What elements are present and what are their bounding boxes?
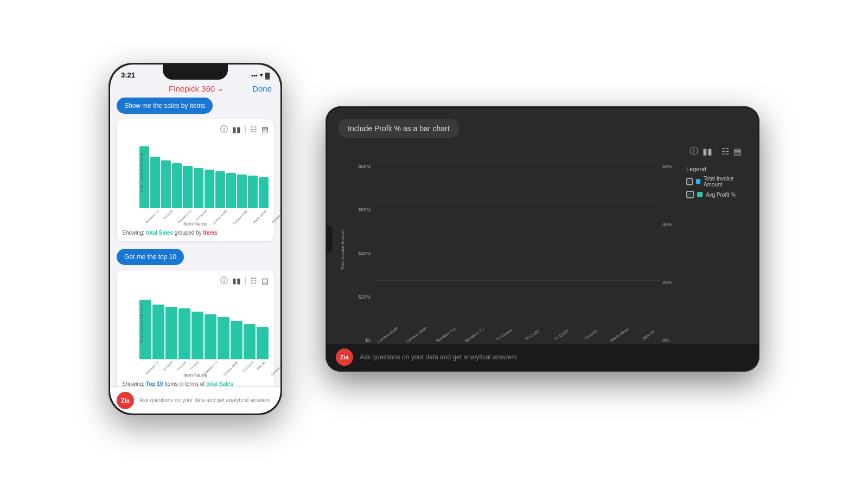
bar <box>172 163 182 208</box>
toolbar-divider-2 <box>245 277 246 285</box>
legend-label-2: Avg Profit % <box>706 192 736 198</box>
tablet-content: Include Profit % as a bar chart ⓘ ▮▮ ☷ ▤ <box>327 108 758 370</box>
chart-type-icon[interactable]: ▮▮ <box>232 125 241 134</box>
bar <box>178 308 190 359</box>
tablet-legend: Legend ✓ Total Invoice Amount ✓ Avg Prof… <box>682 162 747 354</box>
zia-label: Zia <box>121 397 130 404</box>
info-icon-tablet[interactable]: ⓘ <box>690 146 698 157</box>
tablet-x-labels: Camera-41MP Camera-45MP Speakers-5.2 Spe… <box>374 333 660 337</box>
grid-icon-tablet[interactable]: ▤ <box>733 146 742 157</box>
info-icon[interactable]: ⓘ <box>220 125 228 134</box>
bar <box>257 327 269 359</box>
done-button[interactable]: Done <box>252 84 272 93</box>
bottom-bar-text: Ask questions on your data and get analy… <box>139 397 270 403</box>
bar <box>192 312 203 359</box>
table-icon[interactable]: ☷ <box>250 125 257 134</box>
tablet-right-axis: 60% 40% 20% 0% <box>660 162 682 354</box>
x-axis-2: Speakers-7.2 TV-OLED TV-QLED TV-UHD Spea… <box>122 360 269 364</box>
toolbar-divider-tablet <box>717 147 717 156</box>
tablet-y-axis: $80M $60M $40M $20M $0 <box>347 162 374 354</box>
x-axis-title-1: Item Name <box>122 221 269 227</box>
bar <box>215 171 225 208</box>
bar <box>244 324 256 359</box>
tablet-chart-area: ⓘ ▮▮ ☷ ▤ Total Invoice Amount $80M <box>338 146 747 365</box>
table-icon-tablet[interactable]: ☷ <box>722 146 729 157</box>
bar <box>218 317 229 359</box>
chart-type-icon-2[interactable]: ▮▮ <box>232 276 241 285</box>
toolbar-divider <box>245 126 246 133</box>
legend-item-1: ✓ Total Invoice Amount <box>686 176 743 188</box>
legend-title-item: Legend <box>686 166 743 172</box>
chart-toolbar-2: ⓘ ▮▮ ☷ ▤ <box>122 276 269 286</box>
y-axis-label-1: Total Invoice Amount <box>139 153 144 193</box>
bar <box>205 314 216 359</box>
tablet-query-bubble: Include Profit % as a bar chart <box>338 119 459 138</box>
bar <box>226 173 236 208</box>
portrait-phone: 3:21 ▪▪▪ ▾ ▓ Finepick 360 ⌄ Done Show me… <box>108 63 282 415</box>
legend-title: Legend <box>686 166 706 172</box>
phone-content: Show me the sales by items ⓘ ▮▮ ☷ ▤ Tota… <box>110 98 280 392</box>
grid-icon-2[interactable]: ▤ <box>261 276 269 285</box>
legend-item-2: ✓ Avg Profit % <box>686 191 743 198</box>
bar <box>231 321 242 360</box>
bar <box>150 157 160 208</box>
bar <box>259 177 269 208</box>
chat-bubble-1: Show me the sales by items <box>117 98 213 114</box>
legend-check-2: ✓ <box>686 191 694 198</box>
chart-bars-2: Total Invoice Amount <box>122 289 269 359</box>
phone-time: 3:21 <box>121 71 135 79</box>
chat-bubble-2: Get me the top 10 <box>117 249 184 265</box>
y-axis-label-2: Total Invoice Amount <box>139 304 144 344</box>
signal-icon: ▪▪▪ <box>251 72 258 79</box>
chart-toolbar-1: ⓘ ▮▮ ☷ ▤ <box>122 125 269 134</box>
phone-notch <box>163 64 228 80</box>
bar <box>237 175 247 208</box>
phone-bottom-bar: Zia Ask questions on your data and get a… <box>110 386 280 414</box>
tablet-bottom-bar-text: Ask questions on your data and get analy… <box>360 353 517 361</box>
battery-icon: ▓ <box>265 72 270 79</box>
chart-card-2: ⓘ ▮▮ ☷ ▤ Total Invoice Amount <box>117 270 274 392</box>
tablet-chart-toolbar: ⓘ ▮▮ ☷ ▤ <box>338 146 747 157</box>
bar <box>205 170 214 209</box>
bar <box>152 305 164 359</box>
wifi-icon: ▾ <box>260 72 263 79</box>
table-icon-2[interactable]: ☷ <box>250 276 257 285</box>
landscape-tablet: Include Profit % as a bar chart ⓘ ▮▮ ☷ ▤ <box>326 106 760 372</box>
legend-color-2 <box>697 192 703 197</box>
tablet-notch <box>327 225 333 253</box>
bar <box>161 160 171 208</box>
phone-icons: ▪▪▪ ▾ ▓ <box>251 72 270 79</box>
phone-title: Finepick 360 ⌄ <box>169 83 224 93</box>
grid-icon[interactable]: ▤ <box>261 125 269 134</box>
legend-color-1 <box>696 179 700 184</box>
zia-badge[interactable]: Zia <box>117 392 134 409</box>
x-axis-title-2: Item Name <box>122 372 269 378</box>
phone-header: Finepick 360 ⌄ Done <box>110 81 280 98</box>
tablet-bottom-bar: Zia Ask questions on your data and get a… <box>327 344 758 370</box>
x-axis-1: Speakers-7.2 TV-OLED Speakers-5.2 TV-Cur… <box>122 209 269 212</box>
tablet-y-axis-title: Total Invoice Amount <box>340 228 345 272</box>
chart-type-icon-tablet[interactable]: ▮▮ <box>703 146 712 157</box>
chart-bars-1: Total Invoice Amount <box>122 138 269 208</box>
showing-text-1: Showing: total Sales grouped by Items <box>122 230 269 236</box>
tablet-bars-row <box>374 162 660 331</box>
bar <box>194 168 203 208</box>
legend-check-1: ✓ <box>686 178 693 185</box>
tablet-chart-main: Camera-41MP Camera-45MP Speakers-5.2 Spe… <box>374 162 660 354</box>
legend-label-1: Total Invoice Amount <box>704 176 743 188</box>
chart-card-1: ⓘ ▮▮ ☷ ▤ Total Invoice Amount <box>117 119 274 241</box>
bar <box>165 307 177 360</box>
tablet-zia-badge[interactable]: Zia <box>336 348 353 366</box>
tablet-zia-label: Zia <box>340 354 349 360</box>
info-icon-2[interactable]: ⓘ <box>220 276 228 286</box>
bar <box>248 176 258 208</box>
bar <box>183 166 193 208</box>
chevron-down-icon: ⌄ <box>217 83 224 93</box>
